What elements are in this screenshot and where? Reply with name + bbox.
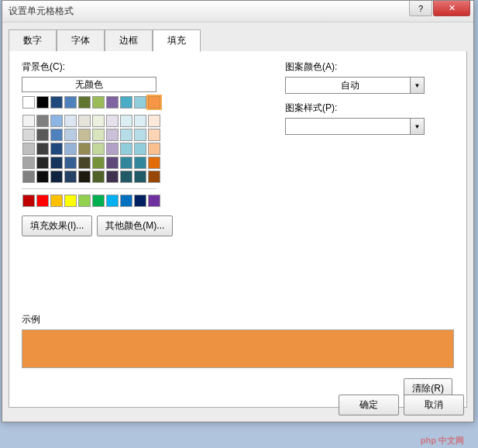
color-swatch[interactable] [50, 143, 63, 155]
color-swatch[interactable] [148, 129, 160, 141]
color-swatch[interactable] [134, 171, 146, 183]
color-swatch[interactable] [92, 129, 105, 141]
color-swatch[interactable] [78, 143, 91, 155]
color-swatch[interactable] [134, 96, 146, 109]
color-swatch[interactable] [120, 129, 132, 141]
ok-button[interactable]: 确定 [339, 395, 399, 415]
color-swatch[interactable] [92, 96, 105, 109]
color-swatch[interactable] [120, 143, 132, 155]
color-swatch[interactable] [22, 143, 35, 155]
color-swatch[interactable] [134, 129, 146, 141]
color-swatch[interactable] [50, 157, 63, 169]
pattern-color-value: 自动 [291, 79, 410, 92]
tab-边框[interactable]: 边框 [105, 29, 153, 51]
color-swatch[interactable] [36, 129, 49, 141]
help-button[interactable]: ? [409, 1, 432, 16]
color-swatch[interactable] [92, 157, 105, 169]
color-swatch[interactable] [148, 195, 160, 207]
color-swatch[interactable] [120, 157, 132, 169]
tab-填充[interactable]: 填充 [153, 29, 201, 52]
color-swatch[interactable] [148, 115, 160, 127]
color-swatch[interactable] [106, 143, 119, 155]
titlebar-buttons: ? ✕ [409, 1, 473, 16]
color-swatch[interactable] [134, 143, 146, 155]
color-swatch[interactable] [106, 96, 119, 109]
color-swatch[interactable] [50, 129, 63, 141]
chevron-down-icon [410, 78, 424, 93]
color-swatch[interactable] [106, 129, 119, 141]
color-swatch[interactable] [78, 195, 91, 207]
dialog-title: 设置单元格格式 [9, 5, 74, 18]
chevron-down-icon [410, 119, 424, 134]
color-swatch[interactable] [106, 115, 119, 127]
color-swatch[interactable] [134, 115, 146, 127]
color-swatch[interactable] [64, 143, 77, 155]
color-swatch[interactable] [36, 195, 49, 207]
color-swatch[interactable] [92, 195, 105, 207]
color-swatch[interactable] [78, 157, 91, 169]
pattern-color-label: 图案颜色(A): [285, 60, 446, 74]
color-swatch[interactable] [78, 129, 91, 141]
sample-label: 示例 [22, 313, 454, 326]
color-swatch[interactable] [22, 96, 35, 109]
color-swatch[interactable] [148, 171, 160, 183]
pattern-style-combo[interactable] [285, 118, 425, 135]
color-swatch[interactable] [78, 115, 91, 127]
color-swatch[interactable] [134, 195, 146, 207]
color-swatch[interactable] [36, 157, 49, 169]
color-swatch[interactable] [64, 115, 77, 127]
color-swatch[interactable] [106, 195, 119, 207]
tab-字体[interactable]: 字体 [57, 29, 105, 51]
bgcolor-label: 背景色(C): [22, 60, 246, 74]
color-swatch[interactable] [64, 129, 77, 141]
color-swatch[interactable] [92, 143, 105, 155]
color-swatch[interactable] [148, 143, 160, 155]
color-swatch[interactable] [106, 171, 119, 183]
pattern-color-combo[interactable]: 自动 [285, 77, 425, 94]
color-swatch[interactable] [120, 195, 132, 207]
color-swatch[interactable] [64, 157, 77, 169]
color-swatch[interactable] [120, 171, 132, 183]
color-swatch[interactable] [22, 171, 35, 183]
color-swatch[interactable] [36, 115, 49, 127]
color-swatch[interactable] [120, 96, 132, 109]
cancel-button[interactable]: 取消 [404, 395, 464, 415]
color-palette [22, 95, 246, 208]
fill-effects-button[interactable]: 填充效果(I)... [22, 215, 92, 236]
color-swatch[interactable] [120, 115, 132, 127]
color-swatch[interactable] [36, 96, 49, 109]
color-swatch[interactable] [50, 171, 63, 183]
color-swatch[interactable] [22, 115, 35, 127]
color-swatch[interactable] [64, 171, 77, 183]
dialog-footer: 确定 取消 [339, 395, 464, 415]
no-color-button[interactable]: 无颜色 [22, 77, 156, 92]
tab-数字[interactable]: 数字 [9, 29, 57, 51]
color-swatch[interactable] [22, 129, 35, 141]
format-cells-dialog: 设置单元格格式 ? ✕ 数字字体边框填充 背景色(C): 无颜色 填充效果(I)… [2, 0, 474, 422]
color-swatch[interactable] [148, 96, 160, 109]
color-swatch[interactable] [148, 157, 160, 169]
color-swatch[interactable] [22, 195, 35, 207]
color-swatch[interactable] [64, 195, 77, 207]
color-swatch[interactable] [36, 171, 49, 183]
color-swatch[interactable] [50, 115, 63, 127]
color-swatch[interactable] [36, 143, 49, 155]
color-swatch[interactable] [78, 171, 91, 183]
sample-preview [22, 329, 454, 368]
color-swatch[interactable] [106, 157, 119, 169]
tab-strip: 数字字体边框填充 [9, 29, 467, 52]
color-swatch[interactable] [78, 96, 91, 109]
color-swatch[interactable] [22, 157, 35, 169]
color-swatch[interactable] [50, 96, 63, 109]
pattern-style-label: 图案样式(P): [285, 102, 446, 115]
dialog-content: 数字字体边框填充 背景色(C): 无颜色 填充效果(I)... 其他颜色(M).… [2, 22, 473, 414]
tab-panel-fill: 背景色(C): 无颜色 填充效果(I)... 其他颜色(M)... 图案颜色(A… [9, 51, 467, 408]
color-swatch[interactable] [134, 157, 146, 169]
more-colors-button[interactable]: 其他颜色(M)... [97, 215, 173, 236]
color-swatch[interactable] [92, 115, 105, 127]
close-button[interactable]: ✕ [433, 1, 470, 16]
color-swatch[interactable] [50, 195, 63, 207]
sample-section: 示例 [22, 313, 454, 368]
color-swatch[interactable] [64, 96, 77, 109]
color-swatch[interactable] [92, 171, 105, 183]
